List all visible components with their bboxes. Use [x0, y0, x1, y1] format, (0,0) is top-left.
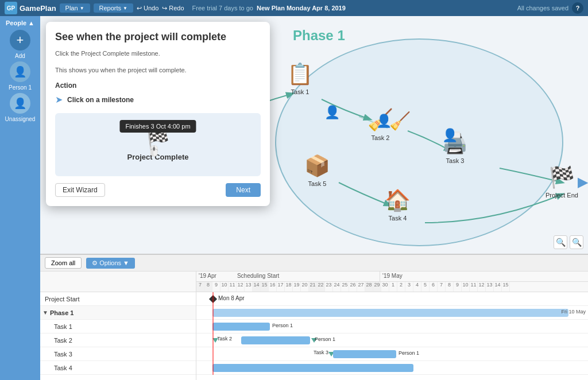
gantt-row-task4[interactable]: Task 4	[40, 361, 196, 375]
gantt-row-task1[interactable]: Task 1	[40, 320, 196, 334]
content-area: Phase 1	[40, 16, 588, 380]
gantt-row-task3[interactable]: Task 3	[40, 347, 196, 361]
task1-person-icon: 👤	[324, 105, 340, 120]
wizard-tooltip: Finishes 3 Oct 4:00 pm	[119, 120, 196, 133]
next-button[interactable]: Next	[226, 183, 261, 197]
app-logo: GP	[5, 2, 17, 14]
task2-gantt-label: Task 2	[217, 336, 232, 342]
project-end-label: Project End	[546, 192, 578, 199]
gantt-row-phase1[interactable]: ▼ Phase 1	[40, 306, 196, 320]
wizard-arrow-icon: ➤	[55, 94, 63, 105]
people-sidebar: People ▲ + Add 👤 Person 1 👤 Unassigned	[0, 16, 40, 380]
scroll-right-icon[interactable]: ▶	[578, 174, 588, 190]
task5-node[interactable]: 📦 Task 5	[304, 154, 330, 187]
today-label: Mon 8 Apr	[218, 295, 245, 301]
sidebar-collapse-icon[interactable]: ▲	[28, 20, 34, 26]
person1-avatar[interactable]: 👤	[10, 61, 30, 82]
task4-label: Task 4	[389, 215, 407, 222]
logo-area: GP GamePlan	[5, 2, 56, 14]
plan-button[interactable]: Plan▼	[60, 3, 90, 13]
unassigned-avatar[interactable]: 👤	[10, 93, 30, 114]
project-end-icon: 🏁	[549, 165, 575, 189]
task4-node[interactable]: 🏠 Task 4	[385, 188, 411, 222]
plan-title: New Plan Monday Apr 8, 2019	[257, 5, 346, 11]
gantt-row-project-start[interactable]: Project Start	[40, 292, 196, 306]
task1-person-label: Person 1	[272, 323, 293, 328]
wizard-panel: See when the project will complete Click…	[46, 22, 270, 206]
task4-bar	[212, 364, 413, 372]
gantt-dates-header: '19 Apr Scheduling Start '19 May 7891011…	[196, 272, 588, 292]
task1-label: Task 1	[291, 88, 310, 95]
wizard-desc1: Click the Project Complete milestone.	[55, 49, 261, 59]
gantt-toolbar: Zoom all ⚙ Options ▼	[40, 255, 588, 272]
unassigned-label: Unassigned	[5, 116, 36, 122]
wizard-action-label: Action	[55, 82, 261, 90]
task3-person-icon: 👤	[442, 128, 458, 143]
task1-icon: 📋	[287, 62, 313, 86]
gantt-area: Zoom all ⚙ Options ▼ Project Start ▼ Pha…	[40, 254, 588, 380]
wizard-title: See when the project will complete	[55, 31, 261, 43]
options-icon: ⚙	[92, 259, 98, 267]
gantt-chart-row-task2: Task 2 Person 1	[196, 334, 588, 347]
gantt-months-row: '19 Apr Scheduling Start '19 May	[196, 272, 588, 282]
exit-wizard-button[interactable]: Exit Wizard	[55, 183, 105, 197]
people-header[interactable]: People ▲	[1, 18, 39, 28]
gantt-days-row: 7891011121314151617181920212223242526272…	[196, 282, 588, 292]
wizard-action-text: Click on a milestone	[67, 96, 134, 104]
project-end-node[interactable]: 🏁 Project End	[546, 165, 578, 199]
add-label: Add	[15, 53, 25, 59]
main-layout: People ▲ + Add 👤 Person 1 👤 Unassigned P…	[0, 16, 588, 380]
wizard-footer: Exit Wizard Next	[55, 183, 261, 197]
person1-label: Person 1	[9, 84, 32, 91]
task3-label: Task 3	[446, 157, 465, 164]
today-line	[212, 292, 214, 375]
gantt-task-header	[40, 272, 196, 292]
task1-node[interactable]: 📋 Task 1	[287, 62, 313, 95]
phase1-title: Phase 1	[293, 28, 345, 44]
zoom-all-button[interactable]: Zoom all	[45, 257, 82, 269]
svg-point-0	[276, 39, 563, 246]
task2-label: Task 2	[372, 134, 390, 141]
topbar: GP GamePlan Plan▼ Reports▼ ↩ Undo ↪ Redo…	[0, 0, 588, 16]
task5-icon: 📦	[304, 154, 330, 178]
zoom-out-button[interactable]: 🔍	[570, 235, 583, 249]
task5-label: Task 5	[308, 180, 327, 187]
add-person-button[interactable]: +	[10, 30, 30, 51]
gantt-chart-row-task1: Person 1	[196, 320, 588, 334]
wizard-desc2: This shows you when the project will com…	[55, 65, 261, 75]
gantt-chart-row-phase1: Fri 10 May	[196, 306, 588, 320]
options-arrow-icon: ▼	[123, 259, 129, 266]
diagram-area[interactable]: Phase 1	[40, 16, 588, 254]
saved-message: All changes saved	[517, 5, 568, 11]
gantt-rows-container: Mon 8 Apr Fri 10 May Person 1	[196, 292, 588, 375]
options-button[interactable]: ⚙ Options ▼	[86, 258, 135, 269]
app-name: GamePlan	[20, 4, 56, 13]
task3-person-label: Person 1	[399, 350, 419, 356]
task3-gantt-label: Task 3	[314, 350, 328, 355]
zoom-controls: 🔍 🔍	[554, 235, 583, 249]
wizard-action-row: ➤ Click on a milestone	[55, 94, 261, 105]
phase1-bar	[212, 309, 568, 317]
gantt-chart-row-task4	[196, 361, 588, 375]
gantt-chart-row-project-start: Mon 8 Apr	[196, 292, 588, 306]
gantt-task-list: Project Start ▼ Phase 1 Task 1 Task 2 Ta…	[40, 272, 196, 380]
task1-bar	[212, 323, 270, 331]
redo-button[interactable]: ↪ Redo	[162, 5, 184, 12]
task4-icon: 🏠	[385, 188, 411, 212]
help-button[interactable]: ?	[572, 2, 583, 14]
wizard-preview: Finishes 3 Oct 4:00 pm 🏁 Project Complet…	[55, 113, 261, 176]
task2-bar	[241, 336, 310, 344]
reports-button[interactable]: Reports▼	[94, 3, 133, 13]
task3-bar	[333, 350, 396, 358]
zoom-in-button[interactable]: 🔍	[554, 235, 567, 249]
task2-person-icon: 👤	[376, 114, 392, 129]
gantt-row-task2[interactable]: Task 2	[40, 334, 196, 347]
people-label: People	[6, 20, 26, 26]
phase1-collapse-icon[interactable]: ▼	[42, 309, 48, 316]
gantt-month-may: '19 May	[380, 272, 588, 281]
gantt-content: Project Start ▼ Phase 1 Task 1 Task 2 Ta…	[40, 272, 588, 380]
gantt-chart-row-task3: Task 3 Person 1	[196, 347, 588, 361]
undo-button[interactable]: ↩ Undo	[137, 5, 158, 12]
options-label: Options	[99, 259, 121, 266]
gantt-month-apr: '19 Apr Scheduling Start	[196, 272, 380, 281]
